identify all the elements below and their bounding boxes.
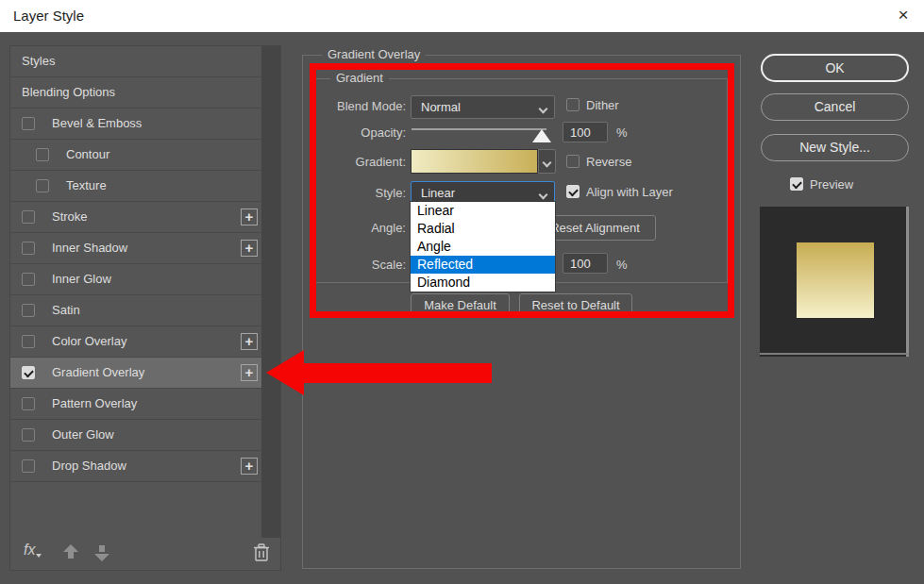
move-down-icon[interactable] <box>94 544 109 561</box>
chevron-down-icon <box>543 159 552 168</box>
opacity-slider-thumb-icon[interactable] <box>532 129 551 142</box>
chevron-down-icon <box>539 191 548 200</box>
styles-list: Styles Blending Options Bevel & Emboss C… <box>10 46 262 482</box>
blend-mode-select[interactable]: Normal <box>411 95 555 119</box>
style-value: Linear <box>421 186 455 200</box>
sidebar-item-gradient-overlay[interactable]: Gradient Overlay + <box>10 358 262 389</box>
align-with-layer-checkbox[interactable] <box>566 185 580 198</box>
scale-input[interactable] <box>563 253 608 274</box>
opacity-slider-track[interactable] <box>412 128 546 130</box>
style-option-diamond[interactable]: Diamond <box>411 274 555 292</box>
opacity-input[interactable] <box>563 122 608 142</box>
opacity-label: Opacity: <box>302 125 406 140</box>
panel-legend: Gradient Overlay <box>322 47 426 61</box>
title-bar: Layer Style × <box>0 0 924 32</box>
sidebar-item-inner-shadow[interactable]: Inner Shadow + <box>10 233 262 264</box>
sidebar-footer: fx <box>10 538 280 570</box>
preview-label: Preview <box>810 177 853 192</box>
sidebar-item-drop-shadow[interactable]: Drop Shadow + <box>10 451 262 482</box>
style-option-linear[interactable]: Linear <box>411 202 555 220</box>
checkbox-unchecked-icon[interactable] <box>36 179 49 192</box>
scale-label: Scale: <box>302 258 406 272</box>
checkbox-checked-icon[interactable] <box>22 366 35 379</box>
sidebar-item-outer-glow[interactable]: Outer Glow <box>10 420 262 451</box>
preview-vertical-scrollbar[interactable] <box>906 207 909 357</box>
gradient-swatch[interactable] <box>411 149 538 174</box>
new-style-button[interactable]: New Style... <box>761 134 909 161</box>
ok-button[interactable]: OK <box>761 54 909 82</box>
add-instance-plus-button[interactable]: + <box>241 333 258 350</box>
checkbox-unchecked-icon[interactable] <box>22 210 35 224</box>
sidebar-item-stroke[interactable]: Stroke + <box>10 202 262 233</box>
checkbox-unchecked-icon[interactable] <box>22 117 35 130</box>
checkbox-unchecked-icon[interactable] <box>22 428 35 442</box>
add-instance-plus-button[interactable]: + <box>241 364 258 381</box>
sidebar-item-blending-options[interactable]: Blending Options <box>10 77 262 108</box>
style-option-reflected[interactable]: Reflected <box>411 256 555 274</box>
blend-mode-value: Normal <box>421 100 461 114</box>
reverse-label: Reverse <box>586 155 631 169</box>
style-option-angle[interactable]: Angle <box>411 238 555 256</box>
reset-to-default-button[interactable]: Reset to Default <box>519 293 632 318</box>
angle-label: Angle: <box>302 221 406 235</box>
sidebar-item-inner-glow[interactable]: Inner Glow <box>10 264 262 295</box>
group-legend: Gradient <box>330 71 389 85</box>
checkbox-unchecked-icon[interactable] <box>22 304 35 317</box>
dither-label: Dither <box>586 98 619 112</box>
close-icon[interactable]: × <box>888 0 918 32</box>
cancel-button[interactable]: Cancel <box>761 93 909 121</box>
move-up-icon[interactable] <box>63 544 78 561</box>
reverse-checkbox[interactable] <box>566 155 580 168</box>
align-with-layer-label: Align with Layer <box>586 185 673 199</box>
add-instance-plus-button[interactable]: + <box>241 240 258 257</box>
sidebar-item-texture[interactable]: Texture <box>10 171 262 202</box>
scale-unit: % <box>616 258 628 272</box>
dither-checkbox[interactable] <box>566 98 580 111</box>
sidebar-scrollbar[interactable] <box>261 46 280 539</box>
checkbox-unchecked-icon[interactable] <box>22 397 35 410</box>
sidebar-item-contour[interactable]: Contour <box>10 140 262 171</box>
layer-style-dialog: Layer Style × Styles Blending Options Be… <box>0 0 924 584</box>
style-option-radial[interactable]: Radial <box>411 220 555 238</box>
style-label: Style: <box>302 186 406 200</box>
sidebar-item-color-overlay[interactable]: Color Overlay + <box>10 326 262 358</box>
make-default-button[interactable]: Make Default <box>411 293 510 318</box>
opacity-unit: % <box>616 125 628 140</box>
preview-gradient-square <box>797 242 874 318</box>
add-instance-plus-button[interactable]: + <box>241 209 258 225</box>
blend-mode-label: Blend Mode: <box>302 99 406 113</box>
delete-effect-trash-icon[interactable] <box>252 542 271 563</box>
sidebar-item-satin[interactable]: Satin <box>10 295 262 326</box>
sidebar-item-styles[interactable]: Styles <box>10 46 262 77</box>
style-dropdown-list: Linear Radial Angle Reflected Diamond <box>410 201 556 292</box>
styles-sidebar: Styles Blending Options Bevel & Emboss C… <box>9 45 281 571</box>
checkbox-unchecked-icon[interactable] <box>22 335 35 348</box>
add-instance-plus-button[interactable]: + <box>241 458 258 475</box>
gradient-picker-button[interactable] <box>538 149 556 174</box>
dialog-title: Layer Style <box>13 0 84 32</box>
gradient-label: Gradient: <box>302 155 406 169</box>
checkbox-unchecked-icon[interactable] <box>22 273 35 286</box>
checkbox-unchecked-icon[interactable] <box>22 459 35 473</box>
sidebar-item-bevel-emboss[interactable]: Bevel & Emboss <box>10 108 262 140</box>
layer-preview-thumbnail <box>760 207 909 357</box>
checkbox-unchecked-icon[interactable] <box>36 148 49 161</box>
sidebar-item-pattern-overlay[interactable]: Pattern Overlay <box>10 389 262 420</box>
chevron-down-icon <box>539 105 548 114</box>
preview-checkbox[interactable] <box>790 177 803 191</box>
fx-menu-button[interactable]: fx <box>24 542 35 559</box>
checkbox-unchecked-icon[interactable] <box>22 242 35 255</box>
preview-horizontal-scrollbar[interactable] <box>760 353 909 355</box>
